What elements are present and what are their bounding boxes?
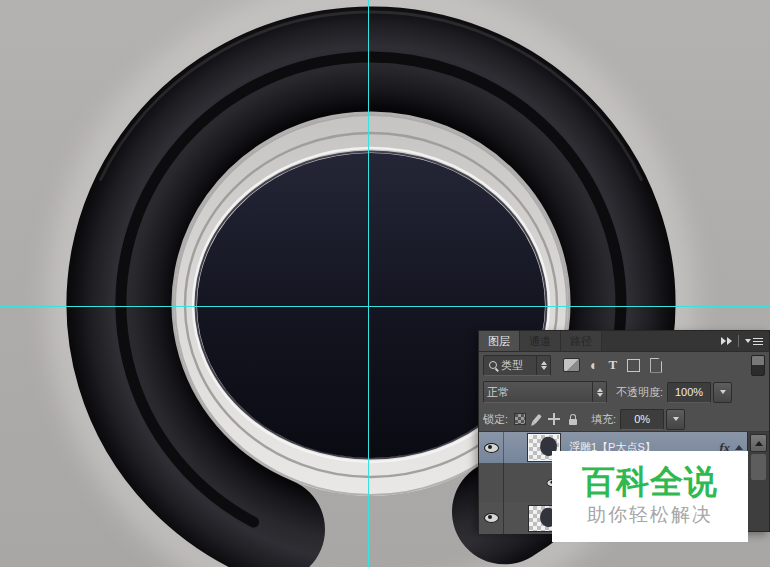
eye-icon[interactable] [484,443,499,453]
filter-type-label: 类型 [501,358,523,373]
blend-mode-select[interactable]: 正常 [483,381,607,403]
lock-position-icon[interactable] [548,413,560,425]
filter-type-stepper-icon [536,356,547,375]
blend-mode-stepper-icon [592,382,603,402]
lock-row: 锁定: 填充: 0% [479,407,769,431]
adjustment-layer-filter-icon[interactable]: ◐ [590,359,598,371]
type-layer-filter-icon[interactable]: T [608,357,617,373]
visibility-cell[interactable] [479,432,504,463]
lock-label: 锁定: [483,412,508,427]
opacity-dropdown-button[interactable] [713,382,732,403]
blend-mode-value: 正常 [487,385,509,400]
watermark-title: 百科全说 [582,465,718,500]
search-icon [489,361,497,369]
tab-layers[interactable]: 图层 [479,331,520,351]
watermark-subtitle: 助你轻松解决 [587,502,713,528]
tab-paths[interactable]: 路径 [561,331,602,351]
fill-dropdown-button[interactable] [666,409,685,430]
opacity-label: 不透明度: [616,385,663,400]
filter-type-select[interactable]: 类型 [483,355,551,376]
opacity-input[interactable]: 100% [667,382,711,403]
lock-transparency-icon[interactable] [514,413,526,425]
tabstrip-divider [738,335,739,347]
blend-row: 正常 不透明度: 100% [479,379,769,405]
watermark-card: 百科全说 助你轻松解决 [552,451,748,542]
eye-icon[interactable] [484,513,499,523]
tab-channels[interactable]: 通道 [520,331,561,351]
filter-row: 类型 ◐ T [479,353,769,377]
scroll-up-button[interactable] [750,434,767,452]
fill-input[interactable]: 0% [620,409,664,430]
filtering-toggle-icon[interactable] [751,355,765,376]
tabstrip-spacer [602,331,720,351]
pixel-layer-filter-icon[interactable] [563,358,580,372]
panel-tabstrip: 图层 通道 路径 [479,331,769,352]
visibility-cell[interactable] [479,502,504,534]
smart-object-filter-icon[interactable] [650,358,662,373]
scrollbar-thumb[interactable] [751,454,766,480]
panel-menu-icon[interactable] [745,338,763,345]
photoshop-workspace: 图层 通道 路径 类型 ◐ T [0,0,770,567]
fill-label: 填充: [591,412,616,427]
lock-pixels-icon[interactable] [532,414,541,424]
shape-layer-filter-icon[interactable] [627,359,640,372]
layer-list-scrollbar[interactable] [747,432,769,531]
collapse-panel-icon[interactable] [720,337,732,345]
effects-collapse-icon[interactable] [735,445,743,450]
lock-all-icon[interactable] [569,419,577,425]
visibility-cell-empty [479,463,504,502]
